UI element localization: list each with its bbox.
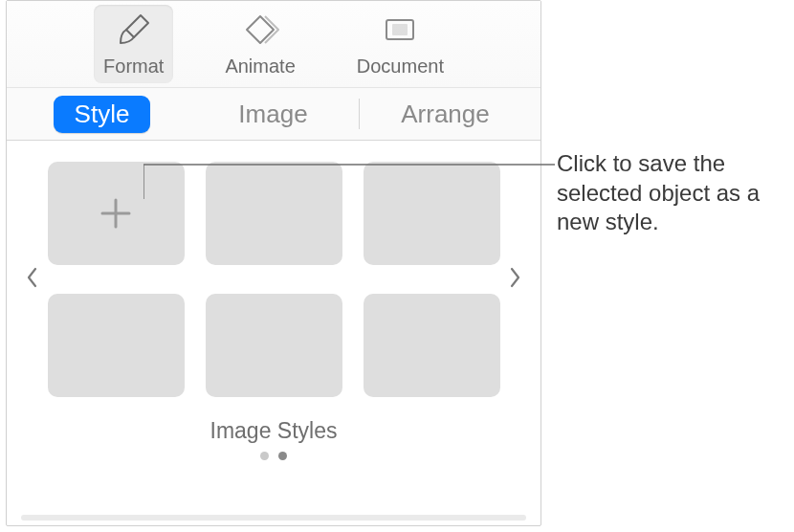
- animate-toolbar-button[interactable]: Animate: [215, 5, 304, 83]
- diamond-icon: [241, 11, 279, 54]
- document-label: Document: [357, 55, 444, 78]
- document-toolbar-button[interactable]: Document: [347, 5, 453, 83]
- tab-style[interactable]: Style: [16, 90, 187, 139]
- tab-image[interactable]: Image: [187, 94, 359, 135]
- styles-grid: [42, 162, 506, 397]
- tab-arrange-label: Arrange: [401, 100, 490, 129]
- tab-image-label: Image: [238, 100, 307, 129]
- styles-prev-button[interactable]: [24, 267, 42, 292]
- chevron-left-icon: [26, 267, 39, 292]
- style-tile[interactable]: [206, 162, 342, 265]
- inspector-panel: Format Animate Document Style: [6, 0, 541, 526]
- style-tile[interactable]: [48, 294, 185, 397]
- style-tile[interactable]: [364, 294, 500, 397]
- pager-dot[interactable]: [278, 452, 287, 460]
- styles-pager: [24, 452, 523, 460]
- section-tabs: Style Image Arrange: [7, 88, 540, 141]
- document-icon: [381, 11, 419, 54]
- horizontal-scrollbar[interactable]: [11, 515, 537, 522]
- tab-style-label: Style: [54, 96, 151, 133]
- style-tile[interactable]: [206, 294, 342, 397]
- styles-caption: Image Styles: [24, 418, 523, 444]
- tab-arrange[interactable]: Arrange: [360, 94, 531, 135]
- add-style-button[interactable]: [48, 162, 185, 265]
- paintbrush-icon: [115, 11, 153, 54]
- format-label: Format: [103, 55, 164, 78]
- plus-icon: [95, 192, 137, 234]
- toolbar: Format Animate Document: [7, 1, 540, 88]
- callout-text: Click to save the selected object as a n…: [557, 149, 792, 237]
- format-toolbar-button[interactable]: Format: [94, 5, 173, 83]
- scrollbar-thumb[interactable]: [21, 515, 526, 521]
- styles-next-button[interactable]: [506, 267, 524, 292]
- pager-dot[interactable]: [260, 452, 269, 460]
- chevron-right-icon: [508, 267, 521, 292]
- svg-rect-1: [393, 25, 407, 34]
- styles-area: Image Styles: [7, 141, 540, 468]
- animate-label: Animate: [225, 55, 295, 78]
- style-tile[interactable]: [364, 162, 500, 265]
